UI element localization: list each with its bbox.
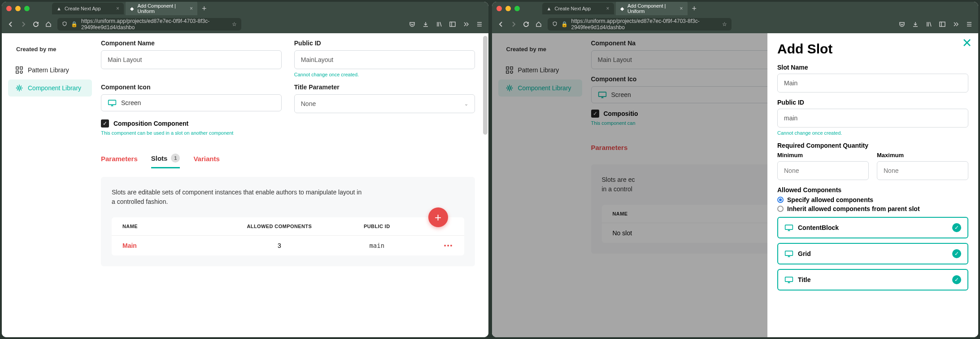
home-icon[interactable] xyxy=(45,21,52,28)
check-circle-icon: ✓ xyxy=(952,223,961,232)
chevrons-icon[interactable] xyxy=(462,21,470,28)
favicon-uniform: ◆ xyxy=(130,6,135,11)
menu-icon[interactable] xyxy=(476,21,483,28)
svg-point-4 xyxy=(20,71,22,73)
nav-forward-icon[interactable] xyxy=(20,21,27,28)
tab-uniform[interactable]: ◆ Add Component | Uniform × xyxy=(126,2,197,17)
label-maximum: Maximum xyxy=(877,152,968,158)
pocket-icon[interactable] xyxy=(898,21,906,28)
sidebar-icon[interactable] xyxy=(449,21,456,28)
allowed-component-contentblock[interactable]: ContentBlock ✓ xyxy=(777,217,968,238)
star-icon[interactable]: ☆ xyxy=(722,21,727,27)
tab-parameters[interactable]: Parameters xyxy=(101,150,138,167)
radio-inherit[interactable]: Inherit allowed components from parent s… xyxy=(777,205,968,212)
minimize-window-icon[interactable] xyxy=(505,6,511,11)
title-parameter-select[interactable]: None ⌄ xyxy=(294,94,475,113)
row-menu-icon[interactable]: ••• xyxy=(419,242,453,249)
screen-icon xyxy=(784,250,793,257)
slot-row-pubid: main xyxy=(335,242,419,249)
label-minimum: Minimum xyxy=(777,152,869,158)
chevron-down-icon: ⌄ xyxy=(464,101,468,107)
library-icon[interactable] xyxy=(436,21,443,28)
maximize-window-icon[interactable] xyxy=(514,6,520,11)
home-icon[interactable] xyxy=(535,21,542,28)
reload-icon[interactable] xyxy=(32,21,39,28)
sidebar-item-pattern-library[interactable]: Pattern Library xyxy=(8,62,92,79)
close-window-icon[interactable] xyxy=(497,6,502,11)
reload-icon[interactable] xyxy=(523,21,530,28)
slot-name-input[interactable] xyxy=(777,74,968,92)
star-icon[interactable]: ☆ xyxy=(232,21,237,27)
tab-create-next-app[interactable]: ▲ Create Next App × xyxy=(542,3,614,14)
close-window-icon[interactable] xyxy=(6,6,12,11)
sidebar-created-by-me[interactable]: Created by me xyxy=(5,42,95,61)
chevrons-icon[interactable] xyxy=(952,21,959,28)
radio-specify[interactable]: Specify allowed components xyxy=(777,196,968,203)
pattern-icon xyxy=(15,66,23,74)
component-name: Grid xyxy=(798,250,811,257)
lock-icon: 🔒 xyxy=(71,21,78,27)
tab-slots[interactable]: Slots 1 xyxy=(151,149,180,168)
composition-help: This component can be used in a slot on … xyxy=(101,130,475,136)
library-icon[interactable] xyxy=(925,21,932,28)
allowed-component-grid[interactable]: Grid ✓ xyxy=(777,243,968,264)
favicon-uniform: ◆ xyxy=(620,6,625,11)
screen-icon xyxy=(784,224,793,231)
slot-public-id-hint: Cannot change once created. xyxy=(777,130,968,136)
nav-forward-icon[interactable] xyxy=(510,21,517,28)
nav-back-icon[interactable] xyxy=(7,21,14,28)
maximum-input[interactable] xyxy=(877,161,968,180)
public-id-input[interactable] xyxy=(294,50,475,69)
close-tab-icon[interactable]: × xyxy=(606,5,609,12)
checkbox-checked-icon[interactable]: ✓ xyxy=(101,119,109,128)
sidebar-icon[interactable] xyxy=(939,21,946,28)
close-tab-icon[interactable]: × xyxy=(116,5,119,12)
new-tab-button[interactable]: + xyxy=(692,4,697,13)
add-slot-fab[interactable]: + xyxy=(428,207,448,227)
component-icon-select[interactable]: Screen xyxy=(101,94,282,111)
drawer-title: Add Slot xyxy=(777,41,968,57)
close-drawer-icon[interactable] xyxy=(962,38,972,50)
slot-row-name[interactable]: Main xyxy=(122,242,224,249)
nav-back-icon[interactable] xyxy=(497,21,505,28)
favicon-next: ▲ xyxy=(57,6,62,11)
scrollbar-thumb[interactable] xyxy=(483,36,488,135)
sidebar: Created by me Pattern Library Component … xyxy=(2,33,98,337)
svg-rect-0 xyxy=(450,22,455,26)
slot-public-id-input[interactable] xyxy=(777,109,968,128)
sidebar-item-component-library[interactable]: Component Library xyxy=(8,79,92,97)
allowed-component-title[interactable]: Title ✓ xyxy=(777,269,968,291)
tab-variants[interactable]: Variants xyxy=(193,150,219,167)
urlbar[interactable]: 🔒 https://uniform.app/projects/ed87e7ec-… xyxy=(548,18,732,31)
tab-label: Create Next App xyxy=(555,6,591,11)
radio-selected-icon[interactable] xyxy=(777,197,784,203)
gear-icon xyxy=(15,84,23,92)
content: Created by me Pattern Library Component … xyxy=(492,33,979,337)
icon-select-value: Screen xyxy=(121,99,141,106)
svg-rect-7 xyxy=(940,22,945,26)
close-tab-icon[interactable]: × xyxy=(190,5,193,12)
svg-rect-6 xyxy=(109,100,116,105)
slots-description: Slots are editable sets of component ins… xyxy=(112,188,363,207)
titlebar: ▲ Create Next App × ◆ Add Component | Un… xyxy=(492,2,979,15)
component-tabs: Parameters Slots 1 Variants xyxy=(101,149,475,169)
label-slot-name: Slot Name xyxy=(777,64,968,71)
tab-create-next-app[interactable]: ▲ Create Next App × xyxy=(52,3,124,14)
label-required-quantity: Required Component Quantity xyxy=(777,142,968,149)
menu-icon[interactable] xyxy=(966,21,973,28)
composition-checkbox-row[interactable]: ✓ Composition Component xyxy=(101,119,475,128)
urlbar[interactable]: 🔒 https://uniform.app/projects/ed87e7ec-… xyxy=(57,18,241,31)
download-icon[interactable] xyxy=(912,21,919,28)
minimum-input[interactable] xyxy=(777,161,869,180)
new-tab-button[interactable]: + xyxy=(202,4,207,13)
tab-uniform[interactable]: ◆ Add Component | Uniform × xyxy=(616,2,688,17)
maximize-window-icon[interactable] xyxy=(24,6,30,11)
main-form: Component Name Public ID Cannot change o… xyxy=(98,33,488,337)
radio-unselected-icon[interactable] xyxy=(777,206,784,212)
component-name-input[interactable] xyxy=(101,50,282,69)
download-icon[interactable] xyxy=(422,21,429,28)
pocket-icon[interactable] xyxy=(409,21,416,28)
minimize-window-icon[interactable] xyxy=(15,6,21,11)
close-tab-icon[interactable]: × xyxy=(679,5,683,12)
titlebar: ▲ Create Next App × ◆ Add Component | Un… xyxy=(2,2,488,15)
